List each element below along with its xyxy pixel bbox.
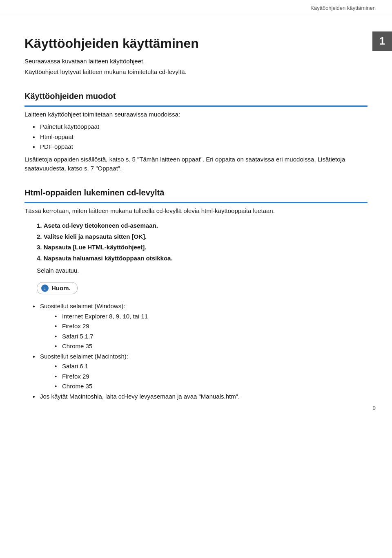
- header-title: Käyttöohjeiden käyttäminen: [310, 4, 376, 12]
- huom-arrow-icon: [41, 285, 49, 292]
- chapter-badge: 1: [372, 31, 392, 51]
- after-step4: Selain avautuu.: [37, 266, 368, 276]
- steps-list: 1. Aseta cd-levy tietokoneen cd-asemaan.…: [37, 221, 368, 263]
- windows-browsers-section: Suositellut selaimet (Windows): Internet…: [33, 302, 368, 401]
- content-area: 1 Käyttöohjeiden käyttäminen Seuraavassa…: [0, 15, 392, 421]
- page-number: 9: [372, 404, 376, 412]
- main-heading: Käyttöohjeiden käyttäminen: [24, 36, 368, 51]
- section2-intro: Tässä kerrotaan, miten laitteen mukana t…: [24, 206, 368, 216]
- list-item: Internet Explorer 8, 9, 10, tai 11: [55, 312, 368, 321]
- section2-heading: Html-oppaiden lukeminen cd-levyltä: [24, 186, 368, 203]
- list-item: Firefox 29: [55, 322, 368, 331]
- list-item: Safari 5.1.7: [55, 332, 368, 341]
- section1-heading: Käyttöohjeiden muodot: [24, 90, 368, 107]
- list-item: 3. Napsauta [Lue HTML-käyttöohjeet].: [37, 243, 368, 252]
- list-item: Jos käytät Macintoshia, laita cd-levy le…: [33, 392, 368, 401]
- section1-extra: Lisätietoja oppaiden sisällöstä, katso s…: [24, 155, 368, 173]
- huom-box: Huom.: [37, 282, 78, 295]
- list-item: 4. Napsauta haluamasi käyttöoppaan otsik…: [37, 254, 368, 263]
- section1-bullets: Painetut käyttöoppaat Html-oppaat PDF-op…: [33, 122, 368, 152]
- list-item: Firefox 29: [55, 372, 368, 381]
- huom-label: Huom.: [51, 284, 71, 293]
- intro-line1: Seuraavassa kuvataan laitteen käyttöohje…: [24, 57, 368, 66]
- intro-line2: Käyttöohjeet löytyvät laitteen mukana to…: [24, 67, 368, 77]
- chapter-number: 1: [379, 33, 385, 49]
- mac-note: Jos käytät Macintoshia, laita cd-levy le…: [40, 393, 240, 400]
- list-item: Chrome 35: [55, 342, 368, 351]
- list-item: PDF-oppaat: [33, 142, 368, 152]
- windows-browsers-list: Internet Explorer 8, 9, 10, tai 11 Firef…: [55, 312, 368, 351]
- list-item: Suositellut selaimet (Macintosh): Safari…: [33, 352, 368, 391]
- page-container: Käyttöohjeiden käyttäminen 1 Käyttöohjei…: [0, 0, 392, 558]
- list-item: Safari 6.1: [55, 362, 368, 371]
- list-item: Suositellut selaimet (Windows): Internet…: [33, 302, 368, 351]
- header-bar: Käyttöohjeiden käyttäminen: [0, 0, 392, 15]
- list-item: 1. Aseta cd-levy tietokoneen cd-asemaan.: [37, 221, 368, 231]
- list-item: Html-oppaat: [33, 132, 368, 142]
- mac-label: Suositellut selaimet (Macintosh):: [40, 353, 128, 360]
- list-item: 2. Valitse kieli ja napsauta sitten [OK]…: [37, 232, 368, 242]
- windows-label: Suositellut selaimet (Windows):: [40, 303, 125, 309]
- section1-text: Laitteen käyttöohjeet toimitetaan seuraa…: [24, 110, 368, 119]
- mac-browsers-list: Safari 6.1 Firefox 29 Chrome 35: [55, 362, 368, 391]
- list-item: Chrome 35: [55, 382, 368, 391]
- list-item: Painetut käyttöoppaat: [33, 122, 368, 132]
